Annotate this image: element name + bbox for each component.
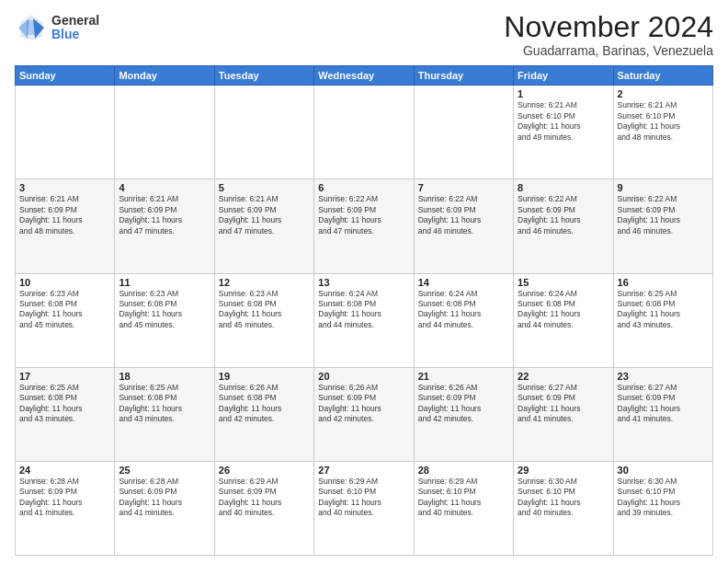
day-number: 12 — [219, 277, 310, 288]
day-number: 22 — [518, 371, 609, 382]
day-info: Sunrise: 6:26 AM Sunset: 6:08 PM Dayligh… — [219, 383, 310, 425]
day-info: Sunrise: 6:28 AM Sunset: 6:09 PM Dayligh… — [119, 477, 210, 519]
day-number: 19 — [219, 371, 310, 382]
day-number: 21 — [418, 371, 509, 382]
calendar-cell: 7Sunrise: 6:22 AM Sunset: 6:09 PM Daylig… — [414, 179, 513, 273]
calendar-cell: 12Sunrise: 6:23 AM Sunset: 6:08 PM Dayli… — [214, 273, 313, 367]
calendar-cell — [16, 86, 115, 179]
day-info: Sunrise: 6:23 AM Sunset: 6:08 PM Dayligh… — [19, 289, 110, 331]
day-info: Sunrise: 6:22 AM Sunset: 6:09 PM Dayligh… — [518, 194, 609, 236]
day-header-sunday: Sunday — [16, 66, 115, 86]
week-row-4: 24Sunrise: 6:28 AM Sunset: 6:09 PM Dayli… — [16, 461, 713, 555]
calendar-cell: 28Sunrise: 6:29 AM Sunset: 6:10 PM Dayli… — [414, 461, 513, 555]
day-header-tuesday: Tuesday — [214, 66, 313, 86]
day-info: Sunrise: 6:25 AM Sunset: 6:08 PM Dayligh… — [119, 383, 210, 425]
day-number: 9 — [618, 182, 709, 193]
day-number: 3 — [19, 182, 110, 193]
calendar-cell: 18Sunrise: 6:25 AM Sunset: 6:08 PM Dayli… — [115, 367, 214, 461]
logo-icon — [15, 11, 48, 44]
day-info: Sunrise: 6:26 AM Sunset: 6:09 PM Dayligh… — [318, 383, 409, 425]
calendar-cell: 16Sunrise: 6:25 AM Sunset: 6:08 PM Dayli… — [613, 273, 712, 367]
day-info: Sunrise: 6:21 AM Sunset: 6:10 PM Dayligh… — [618, 100, 709, 143]
header: General Blue November 2024 Guadarrama, B… — [15, 11, 713, 58]
day-number: 7 — [418, 182, 509, 193]
calendar: SundayMondayTuesdayWednesdayThursdayFrid… — [15, 65, 713, 556]
day-number: 16 — [618, 277, 709, 288]
day-number: 13 — [318, 277, 409, 288]
day-number: 11 — [119, 277, 210, 288]
calendar-cell: 8Sunrise: 6:22 AM Sunset: 6:09 PM Daylig… — [514, 179, 613, 273]
calendar-cell: 30Sunrise: 6:30 AM Sunset: 6:10 PM Dayli… — [613, 461, 712, 555]
day-info: Sunrise: 6:26 AM Sunset: 6:09 PM Dayligh… — [418, 383, 509, 425]
day-info: Sunrise: 6:24 AM Sunset: 6:08 PM Dayligh… — [418, 289, 509, 331]
day-number: 23 — [618, 371, 709, 382]
calendar-cell: 13Sunrise: 6:24 AM Sunset: 6:08 PM Dayli… — [314, 273, 414, 367]
calendar-cell — [314, 86, 414, 179]
day-info: Sunrise: 6:21 AM Sunset: 6:09 PM Dayligh… — [219, 194, 310, 236]
day-number: 29 — [518, 465, 609, 476]
day-number: 18 — [119, 371, 210, 382]
calendar-cell: 26Sunrise: 6:29 AM Sunset: 6:09 PM Dayli… — [214, 461, 313, 555]
logo-general-text: General — [51, 14, 99, 28]
day-info: Sunrise: 6:27 AM Sunset: 6:09 PM Dayligh… — [518, 383, 609, 425]
location: Guadarrama, Barinas, Venezuela — [504, 43, 713, 58]
logo: General Blue — [15, 11, 99, 44]
calendar-cell: 20Sunrise: 6:26 AM Sunset: 6:09 PM Dayli… — [314, 367, 414, 461]
day-number: 24 — [19, 465, 110, 476]
week-row-3: 17Sunrise: 6:25 AM Sunset: 6:08 PM Dayli… — [16, 367, 713, 461]
calendar-cell — [414, 86, 513, 179]
calendar-cell: 22Sunrise: 6:27 AM Sunset: 6:09 PM Dayli… — [514, 367, 613, 461]
calendar-cell — [115, 86, 214, 179]
day-info: Sunrise: 6:21 AM Sunset: 6:09 PM Dayligh… — [119, 194, 210, 236]
day-info: Sunrise: 6:27 AM Sunset: 6:09 PM Dayligh… — [618, 383, 709, 425]
day-header-saturday: Saturday — [613, 66, 712, 86]
calendar-cell: 1Sunrise: 6:21 AM Sunset: 6:10 PM Daylig… — [514, 86, 613, 179]
week-row-1: 3Sunrise: 6:21 AM Sunset: 6:09 PM Daylig… — [16, 179, 713, 273]
calendar-cell: 21Sunrise: 6:26 AM Sunset: 6:09 PM Dayli… — [414, 367, 513, 461]
calendar-cell: 3Sunrise: 6:21 AM Sunset: 6:09 PM Daylig… — [16, 179, 115, 273]
day-number: 8 — [518, 182, 609, 193]
day-number: 25 — [119, 465, 210, 476]
calendar-cell: 9Sunrise: 6:22 AM Sunset: 6:09 PM Daylig… — [613, 179, 712, 273]
day-info: Sunrise: 6:24 AM Sunset: 6:08 PM Dayligh… — [318, 289, 409, 331]
day-number: 5 — [219, 182, 310, 193]
day-info: Sunrise: 6:30 AM Sunset: 6:10 PM Dayligh… — [618, 477, 709, 519]
calendar-cell: 29Sunrise: 6:30 AM Sunset: 6:10 PM Dayli… — [514, 461, 613, 555]
calendar-cell: 2Sunrise: 6:21 AM Sunset: 6:10 PM Daylig… — [613, 86, 712, 179]
header-row: SundayMondayTuesdayWednesdayThursdayFrid… — [16, 66, 713, 86]
day-info: Sunrise: 6:25 AM Sunset: 6:08 PM Dayligh… — [618, 289, 709, 331]
day-header-friday: Friday — [514, 66, 613, 86]
page: General Blue November 2024 Guadarrama, B… — [0, 0, 728, 563]
day-number: 27 — [318, 465, 409, 476]
calendar-cell: 19Sunrise: 6:26 AM Sunset: 6:08 PM Dayli… — [214, 367, 313, 461]
day-number: 28 — [418, 465, 509, 476]
day-header-monday: Monday — [115, 66, 214, 86]
calendar-cell: 15Sunrise: 6:24 AM Sunset: 6:08 PM Dayli… — [514, 273, 613, 367]
calendar-cell: 27Sunrise: 6:29 AM Sunset: 6:10 PM Dayli… — [314, 461, 414, 555]
day-header-wednesday: Wednesday — [314, 66, 414, 86]
day-number: 1 — [518, 88, 609, 99]
day-number: 30 — [618, 465, 709, 476]
calendar-cell — [214, 86, 313, 179]
day-number: 4 — [119, 182, 210, 193]
day-info: Sunrise: 6:24 AM Sunset: 6:08 PM Dayligh… — [518, 289, 609, 331]
calendar-cell: 14Sunrise: 6:24 AM Sunset: 6:08 PM Dayli… — [414, 273, 513, 367]
logo-blue-text: Blue — [51, 28, 99, 41]
calendar-cell: 4Sunrise: 6:21 AM Sunset: 6:09 PM Daylig… — [115, 179, 214, 273]
day-number: 2 — [618, 88, 709, 99]
week-row-0: 1Sunrise: 6:21 AM Sunset: 6:10 PM Daylig… — [16, 86, 713, 179]
day-number: 17 — [19, 371, 110, 382]
day-number: 15 — [518, 277, 609, 288]
calendar-header: SundayMondayTuesdayWednesdayThursdayFrid… — [16, 66, 713, 86]
calendar-cell: 6Sunrise: 6:22 AM Sunset: 6:09 PM Daylig… — [314, 179, 414, 273]
logo-text: General Blue — [51, 14, 99, 42]
day-header-thursday: Thursday — [414, 66, 513, 86]
day-info: Sunrise: 6:22 AM Sunset: 6:09 PM Dayligh… — [318, 194, 409, 236]
week-row-2: 10Sunrise: 6:23 AM Sunset: 6:08 PM Dayli… — [16, 273, 713, 367]
calendar-cell: 5Sunrise: 6:21 AM Sunset: 6:09 PM Daylig… — [214, 179, 313, 273]
day-number: 20 — [318, 371, 409, 382]
calendar-body: 1Sunrise: 6:21 AM Sunset: 6:10 PM Daylig… — [16, 86, 713, 556]
calendar-cell: 11Sunrise: 6:23 AM Sunset: 6:08 PM Dayli… — [115, 273, 214, 367]
day-info: Sunrise: 6:21 AM Sunset: 6:10 PM Dayligh… — [518, 100, 609, 143]
day-info: Sunrise: 6:28 AM Sunset: 6:09 PM Dayligh… — [19, 477, 110, 519]
